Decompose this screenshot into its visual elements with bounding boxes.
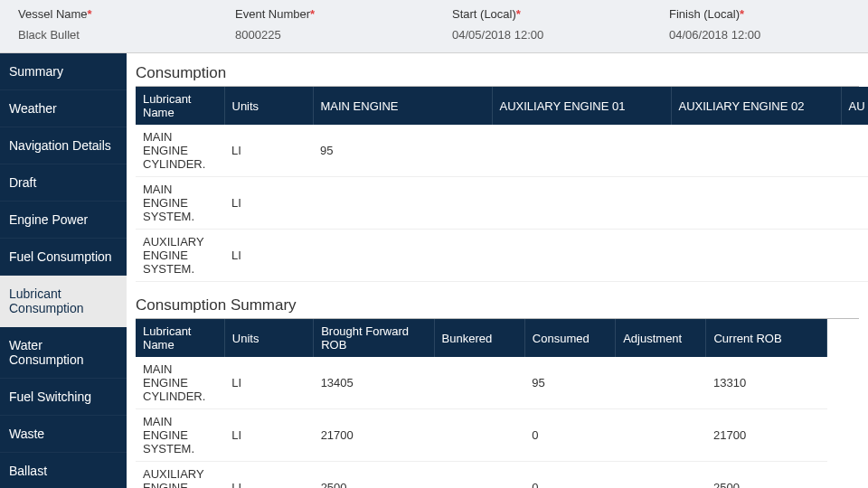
col-lubricant-name[interactable]: Lubricant Name [136,87,224,125]
summary-title: Consumption Summary [136,291,859,319]
sidebar: Summary Weather Navigation Details Draft… [0,53,127,488]
consumption-title: Consumption [136,59,859,87]
sidebar-item-navigation-details[interactable]: Navigation Details [0,127,127,164]
col-bfrob[interactable]: Brought Forward ROB [314,319,434,357]
start-local-label: Start (Local) [452,7,516,21]
start-local-value[interactable]: 04/05/2018 12:00 [452,24,633,45]
sidebar-item-summary[interactable]: Summary [0,53,127,90]
sidebar-item-draft[interactable]: Draft [0,164,127,202]
sidebar-item-fuel-switching[interactable]: Fuel Switching [0,379,127,416]
table-row: MAIN ENGINE SYSTEM. LI 21700 0 21700 [136,409,827,462]
col-units[interactable]: Units [224,319,313,357]
sidebar-item-waste[interactable]: Waste [0,416,127,453]
finish-local-label: Finish (Local) [669,7,740,21]
table-row: AUXILIARY ENGINE SYSTEM. LI 2500 0 2500 [136,462,827,489]
table-row: MAIN ENGINE CYLINDER. LI 13405 95 13310 [136,357,827,409]
sidebar-item-engine-power[interactable]: Engine Power [0,202,127,239]
col-main-engine[interactable]: MAIN ENGINE [313,87,492,125]
col-lubricant-name[interactable]: Lubricant Name [136,319,224,357]
col-consumed[interactable]: Consumed [524,319,615,357]
table-row: MAIN ENGINE CYLINDER. LI 95 [136,125,868,177]
col-adjustment[interactable]: Adjustment [616,319,706,357]
sidebar-item-fuel-consumption[interactable]: Fuel Consumption [0,239,127,276]
col-bunkered[interactable]: Bunkered [434,319,524,357]
sidebar-item-weather[interactable]: Weather [0,90,127,127]
content-area: Consumption Lubricant Name Units MAIN EN… [127,53,868,488]
event-number-value[interactable]: 8000225 [235,24,416,45]
vessel-name-value[interactable]: Black Bullet [18,24,199,45]
header-bar: Vessel Name* Black Bullet Event Number* … [0,0,868,53]
table-row: MAIN ENGINE SYSTEM. LI [136,177,868,230]
sidebar-item-water-consumption[interactable]: Water Consumption [0,327,127,379]
col-current-rob[interactable]: Current ROB [706,319,827,357]
col-units[interactable]: Units [224,87,313,125]
event-number-label: Event Number [235,7,310,21]
finish-local-value[interactable]: 04/06/2018 12:00 [669,24,850,45]
sidebar-item-ballast[interactable]: Ballast [0,453,127,488]
vessel-name-label: Vessel Name [18,7,88,21]
col-aux-more[interactable]: AU [841,87,868,125]
col-aux1[interactable]: AUXILIARY ENGINE 01 [492,87,671,125]
table-row: AUXILIARY ENGINE SYSTEM. LI [136,230,868,282]
sidebar-item-lubricant-consumption[interactable]: Lubricant Consumption [0,276,127,327]
summary-table: Lubricant Name Units Brought Forward ROB… [136,319,827,488]
consumption-table: Lubricant Name Units MAIN ENGINE AUXILIA… [136,87,868,282]
col-aux2[interactable]: AUXILIARY ENGINE 02 [671,87,841,125]
